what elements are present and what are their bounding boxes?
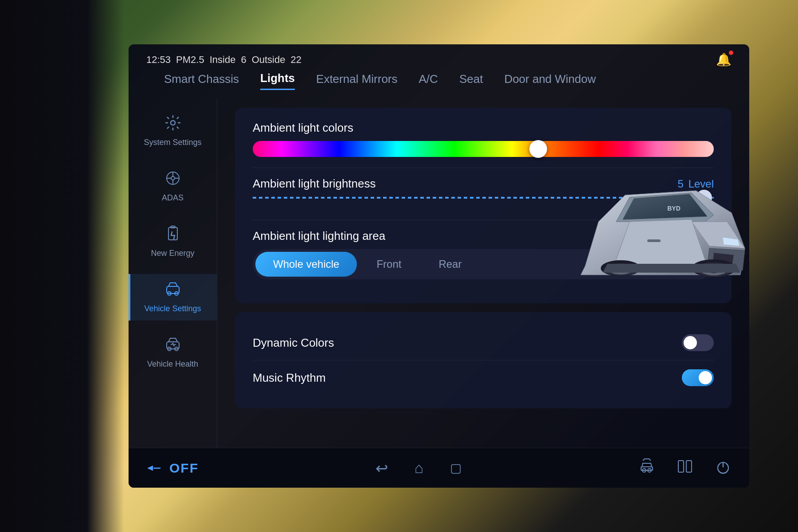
back-button[interactable]: ↩ [376,459,388,477]
time-display: 12:53 [146,54,171,66]
tab-ac[interactable]: A/C [419,72,438,90]
music-rhythm-toggle[interactable] [682,369,714,386]
ac-off-indicator: OFF [146,461,199,476]
tab-smart-chassis[interactable]: Smart Chassis [164,72,239,90]
music-rhythm-toggle-knob [699,371,712,384]
outside-value: 22 [290,54,301,66]
nav-tabs: Smart Chassis Lights External Mirrors A/… [129,71,749,90]
area-btn-rear[interactable]: Rear [421,252,479,277]
sidebar-item-new-energy[interactable]: New Energy [129,219,217,265]
sidebar: System Settings ADAS [129,99,217,462]
svg-rect-7 [168,227,177,240]
health-icon [165,336,181,356]
svg-rect-15 [647,239,661,242]
status-info: 12:53 PM2.5 Inside 6 Outside 22 [146,54,301,66]
tab-seat[interactable]: Seat [459,72,483,90]
music-rhythm-row: Music Rhythm [253,360,714,395]
sidebar-label-vehicle-health: Vehicle Health [147,360,198,369]
inside-value: 6 [241,54,246,66]
sidebar-item-system-settings[interactable]: System Settings [129,108,217,154]
tab-external-mirrors[interactable]: External Mirrors [316,72,397,90]
sidebar-label-new-energy: New Energy [151,249,194,258]
area-btn-whole-vehicle[interactable]: Whole vehicle [255,252,357,277]
notification-bell-icon: 🔔 [716,52,732,67]
bottom-right-icons [638,458,732,478]
area-btn-front[interactable]: Front [359,252,419,277]
outside-label: Outside [252,54,286,66]
tab-lights[interactable]: Lights [260,71,295,90]
svg-rect-30 [686,461,692,472]
car-control-button[interactable] [638,458,655,478]
color-slider-thumb[interactable] [529,140,547,158]
recents-button[interactable]: ▢ [450,461,462,475]
sidebar-item-adas[interactable]: ADAS [129,163,217,210]
off-label: OFF [169,461,199,476]
sidebar-item-vehicle-settings[interactable]: Vehicle Settings [129,274,217,321]
status-bar: 12:53 PM2.5 Inside 6 Outside 22 🔔 [129,44,749,71]
home-button[interactable]: ⌂ [415,459,424,477]
music-rhythm-label: Music Rhythm [253,371,326,385]
svg-point-2 [171,176,175,180]
ambient-colors-title: Ambient light colors [253,121,353,135]
pm25-label: PM2.5 [176,54,204,66]
svg-point-0 [171,121,175,125]
sidebar-label-system-settings: System Settings [144,138,201,147]
lighting-area-title: Ambient light lighting area [253,229,385,243]
settings-gear-icon [165,115,181,134]
bottom-bar: OFF ↩ ⌂ ▢ [129,448,749,488]
layout-button[interactable] [677,458,693,478]
sidebar-label-adas: ADAS [162,193,184,203]
car-svg: BYD [572,133,749,355]
tab-door-window[interactable]: Door and Window [504,72,596,90]
svg-text:BYD: BYD [667,205,681,212]
adas-icon [165,170,181,190]
bottom-nav-icons: ↩ ⌂ ▢ [376,459,462,477]
ambient-brightness-title: Ambient light brightness [253,177,376,191]
car-preview: BYD [572,133,749,355]
sidebar-item-vehicle-health[interactable]: Vehicle Health [129,329,217,376]
dynamic-colors-label: Dynamic Colors [253,336,334,350]
inside-label: Inside [210,54,236,66]
power-button[interactable] [715,458,732,478]
vehicle-icon [165,281,181,301]
sidebar-label-vehicle-settings: Vehicle Settings [144,304,201,313]
main-layout: System Settings ADAS [129,99,749,462]
main-screen: 12:53 PM2.5 Inside 6 Outside 22 🔔 Smart … [129,44,749,488]
energy-icon [165,226,181,245]
svg-rect-29 [678,461,684,472]
